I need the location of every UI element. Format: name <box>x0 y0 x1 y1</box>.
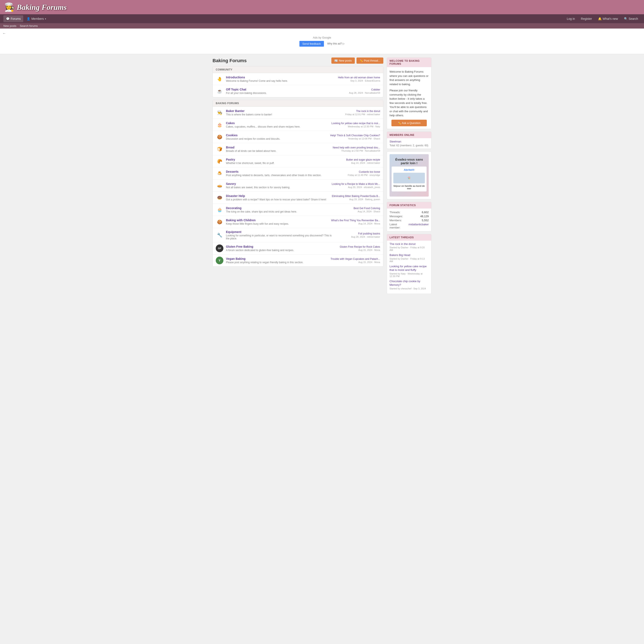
welcome-body: Please join our friendly community by cl… <box>390 88 429 118</box>
latest-title-bread[interactable]: Need help with oven proofing bread dou..… <box>333 146 380 149</box>
forum-icon-decorating: 🧁 <box>216 206 223 214</box>
why-this-ad-link[interactable]: Why this ad? ▷ <box>327 42 345 45</box>
nav-members[interactable]: 👤 Members ▾ <box>24 15 48 22</box>
latest-thread-title-0[interactable]: The rock in the donut <box>390 242 429 246</box>
latest-meta-bread: Thursday at 2:50 PM · Norcalbaker59 <box>333 149 380 152</box>
stats-latest-row: Latest member: midatlanticbaker <box>390 222 429 230</box>
page-title-row: Baking Forums 📰 New posts ✏️ Post thread… <box>213 57 383 64</box>
back-arrow-icon[interactable]: ← <box>3 32 6 35</box>
latest-title-cakes[interactable]: Looking for yellow cake recipe that is m… <box>331 122 380 125</box>
forum-row-equipment: 🔧EquipmentLooking for something in parti… <box>213 228 383 242</box>
forum-name-disaster-help[interactable]: Disaster Help <box>226 194 245 198</box>
forum-name-cakes[interactable]: Cakes <box>226 121 235 125</box>
latest-title-savory[interactable]: Looking for a Recipe to Make a Mock Mc..… <box>332 183 380 185</box>
ask-question-button[interactable]: ✏️ Ask a Question <box>391 120 427 126</box>
latest-title-desserts[interactable]: Custards too loose <box>338 170 380 173</box>
forum-desc-introductions: Welcome to Baking Forums! Come and say h… <box>226 79 335 82</box>
forum-icon-vegan-baking: Y <box>216 257 223 264</box>
forum-icon-savory: 🥧 <box>216 182 223 189</box>
forum-name-desserts[interactable]: Desserts <box>226 170 239 173</box>
latest-thread-meta-3: Started by chesschef · Sep 3, 2024 <box>390 287 429 290</box>
latest-title-equipment[interactable]: Foil pudding basins <box>338 232 380 235</box>
ad-area: ← Ads by Google Send feedback Why this a… <box>0 29 644 54</box>
nav-whats-new[interactable]: 🔔 What's new <box>595 15 621 22</box>
forum-name-decorating[interactable]: Decorating <box>226 206 241 210</box>
forum-icon-bread: 🍞 <box>216 145 223 153</box>
forum-icon-baking-with-children: 🍪 <box>216 218 223 226</box>
forum-info-decorating: DecoratingThe icing on the cake, share t… <box>226 206 335 213</box>
nav-forums[interactable]: 💬 Forums <box>3 15 23 22</box>
forum-stats-header: FORUM STATISTICS <box>387 202 431 208</box>
forum-name-off-topic-chat[interactable]: Off Topic Chat <box>226 88 246 91</box>
nav-register[interactable]: Register <box>578 15 595 22</box>
forum-name-introductions[interactable]: Introductions <box>226 76 245 79</box>
forum-icon-cookies: 🍪 <box>216 133 223 141</box>
forum-icon-disaster-help: 🍩 <box>216 194 223 201</box>
forum-info-gluten-free-baking: Gluten Free BakingA forum section dedica… <box>226 245 335 252</box>
latest-thread-title-2[interactable]: Looking for yellow cake recipe that is m… <box>390 265 429 272</box>
latest-meta-off-topic-chat: Aug 28, 2024 · Norcalbaker59 <box>338 92 380 94</box>
forum-row-vegan-baking: YVegan BakingPlease post anything relati… <box>213 254 383 266</box>
latest-thread-item-1: Bakers Big HeadStarted by Dasher · Frida… <box>390 253 429 263</box>
forum-name-pastry[interactable]: Pastry <box>226 158 235 161</box>
latest-meta-cookies: Yesterday at 12:08 PM · Sharzi <box>330 137 380 140</box>
latest-title-gluten-free-baking[interactable]: Gluten Free Recipe for Rock Cakes <box>338 245 380 248</box>
forum-row-decorating: 🧁DecoratingThe icing on the cake, share … <box>213 204 383 216</box>
post-thread-button[interactable]: ✏️ Post thread... <box>357 57 383 64</box>
nav-login[interactable]: Log in <box>564 15 577 22</box>
forum-name-cookies[interactable]: Cookies <box>226 134 237 137</box>
forum-stats-card: FORUM STATISTICS Threads: 6,602 Messages… <box>387 202 431 231</box>
forum-name-baker-banter[interactable]: Baker Banter <box>226 109 244 113</box>
latest-title-cookies[interactable]: Help! Thick & Soft Chocolate Chip Cookie… <box>330 134 380 137</box>
secondary-nav-new-posts[interactable]: New posts <box>3 24 16 27</box>
latest-title-pastry[interactable]: Butter and sugar glaze recipie <box>338 158 380 161</box>
forum-icon-introductions: 🤚 <box>216 75 223 83</box>
forum-latest-cookies: Help! Thick & Soft Chocolate Chip Cookie… <box>330 134 380 140</box>
latest-meta-baking-with-children: Aug 14, 2024 · Mona <box>331 222 380 225</box>
nav-search[interactable]: 🔍 Search <box>621 15 641 22</box>
latest-member-label: Latest member: <box>390 223 408 229</box>
ask-question-icon: ✏️ <box>398 121 401 125</box>
send-feedback-button[interactable]: Send feedback <box>299 41 324 47</box>
forum-name-savory[interactable]: Savory <box>226 182 236 185</box>
latest-title-baking-with-children[interactable]: What's the First Thing You Remember Ba..… <box>331 219 380 222</box>
forum-name-gluten-free-baking[interactable]: Gluten Free Baking <box>226 245 253 248</box>
chat-icon: 💬 <box>6 17 10 20</box>
latest-thread-item-2: Looking for yellow cake recipe that is m… <box>390 265 429 277</box>
new-posts-button[interactable]: 📰 New posts <box>331 57 355 64</box>
forum-name-equipment[interactable]: Equipment <box>226 230 241 234</box>
latest-thread-title-3[interactable]: Chocolate chip cookie by Memory? <box>390 280 429 287</box>
latest-thread-title-1[interactable]: Bakers Big Head <box>390 253 429 257</box>
whats-new-icon: 🔔 <box>598 17 602 20</box>
latest-meta-equipment: Aug 28, 2024 · retired baker <box>338 236 380 238</box>
forum-icon-gluten-free-baking: GF <box>216 244 223 252</box>
welcome-intro: Welcome to Baking Forums where you can a… <box>390 70 429 86</box>
latest-meta-baker-banter: Friday at 12:01 PM · retired baker <box>338 113 380 116</box>
ad-sub: Séjour en famille au bord de mer <box>393 185 425 190</box>
section-header-community: COMMUNITY <box>213 66 383 73</box>
forum-desc-savory: Not all bakes are sweet, this section is… <box>226 186 329 189</box>
latest-member-value[interactable]: midatlanticbaker <box>408 223 429 229</box>
latest-title-vegan-baking[interactable]: Trouble with Vegan Cupcakes and Patach..… <box>331 257 380 260</box>
forum-row-baker-banter: 👨‍🍳Baker BanterThis is where the bakers … <box>213 107 383 119</box>
latest-title-baker-banter[interactable]: The rock in the donut <box>338 110 380 113</box>
welcome-card: WELCOME TO BAKING FORUMS Welcome to Baki… <box>387 57 431 129</box>
members-online-header: MEMBERS ONLINE <box>387 132 431 138</box>
page-title: Baking Forums <box>213 58 247 63</box>
forum-info-savory: SavoryNot all bakes are sweet, this sect… <box>226 182 329 189</box>
member-steelman[interactable]: Steelman <box>390 140 429 143</box>
forum-name-vegan-baking[interactable]: Vegan Baking <box>226 257 246 260</box>
latest-title-introductions[interactable]: Hello from an old woman down home <box>338 76 380 79</box>
forum-name-bread[interactable]: Bread <box>226 146 234 149</box>
latest-title-disaster-help[interactable]: Eliminating Bitter Baking Powder/Soda B.… <box>332 195 380 198</box>
forum-latest-equipment: Foil pudding basinsAug 28, 2024 · retire… <box>338 232 380 238</box>
latest-title-off-topic-chat[interactable]: Cobbler <box>338 88 380 91</box>
forum-desc-pastry: Whether it be shortcrust, sweet, filo or… <box>226 162 335 165</box>
forum-row-disaster-help: 🍩Disaster HelpGot a problem with a recip… <box>213 192 383 204</box>
site-logo[interactable]: 👩‍🍳 Baking Forums <box>4 2 67 12</box>
secondary-nav-search-forums[interactable]: Search forums <box>20 24 38 27</box>
forum-name-baking-with-children[interactable]: Baking with Children <box>226 219 256 222</box>
latest-meta-savory: Aug 30, 2024 · elizabeth_jones <box>332 186 380 188</box>
latest-meta-introductions: Sep 3, 2024 · EdwardGuerra <box>338 79 380 82</box>
latest-title-decorating[interactable]: Best Gel Food Coloring <box>338 207 380 210</box>
